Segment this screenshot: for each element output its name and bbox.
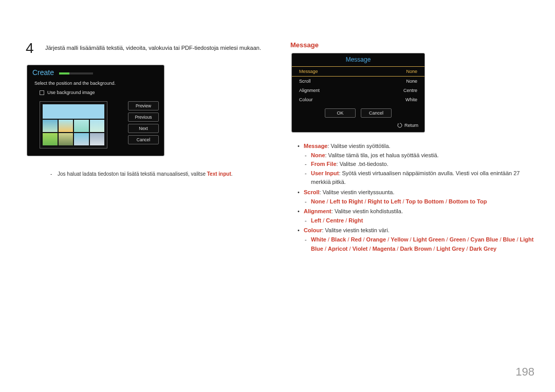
cancel-button[interactable]: Cancel xyxy=(128,135,159,144)
row-scroll[interactable]: ScrollNone xyxy=(292,77,424,86)
thumb-image[interactable] xyxy=(90,133,105,145)
use-bg-row[interactable]: Use background image xyxy=(40,90,123,95)
return-label: Return xyxy=(404,123,418,128)
thumb-image[interactable] xyxy=(43,133,58,145)
thumb-image[interactable] xyxy=(74,133,89,145)
step-row: 4 Järjestä malli lisäämällä tekstiä, vid… xyxy=(26,41,270,55)
create-title: Create xyxy=(32,68,54,77)
progress-bar xyxy=(59,72,93,74)
msg-panel-title: Message xyxy=(292,53,424,66)
thumb-image[interactable] xyxy=(43,120,58,132)
thumb-image[interactable] xyxy=(59,120,73,132)
use-bg-label: Use background image xyxy=(47,90,95,95)
step-text: Järjestä malli lisäämällä tekstiä, video… xyxy=(45,41,261,55)
row-message[interactable]: MessageNone xyxy=(292,66,424,77)
thumb-image[interactable] xyxy=(59,133,73,145)
bullet-list: Message: Valitse viestin syöttötila. Non… xyxy=(297,142,534,253)
cancel-button-msg[interactable]: Cancel xyxy=(361,108,392,118)
thumb-image[interactable] xyxy=(74,120,89,132)
page-number: 198 xyxy=(515,365,534,379)
step-number: 4 xyxy=(26,41,38,55)
ok-button[interactable]: OK xyxy=(325,108,356,118)
previous-button[interactable]: Previous xyxy=(128,113,159,122)
return-icon xyxy=(397,123,402,128)
row-colour[interactable]: ColourWhite xyxy=(292,95,424,104)
footnote-left: Jos haluat ladata tiedoston tai lisätä t… xyxy=(46,171,270,178)
thumbs-frame[interactable] xyxy=(40,101,107,148)
message-panel: Message MessageNone ScrollNone Alignment… xyxy=(291,53,425,133)
create-panel: Create Select the position and the backg… xyxy=(27,65,164,156)
checkbox-icon[interactable] xyxy=(40,90,44,95)
message-heading: Message xyxy=(290,41,534,49)
thumb-image[interactable] xyxy=(90,120,105,132)
preview-button[interactable]: Preview xyxy=(128,101,159,110)
row-alignment[interactable]: AlignmentCentre xyxy=(292,86,424,95)
next-button[interactable]: Next xyxy=(128,124,159,133)
create-subtitle: Select the position and the background. xyxy=(27,78,164,90)
return-row[interactable]: Return xyxy=(292,121,424,132)
